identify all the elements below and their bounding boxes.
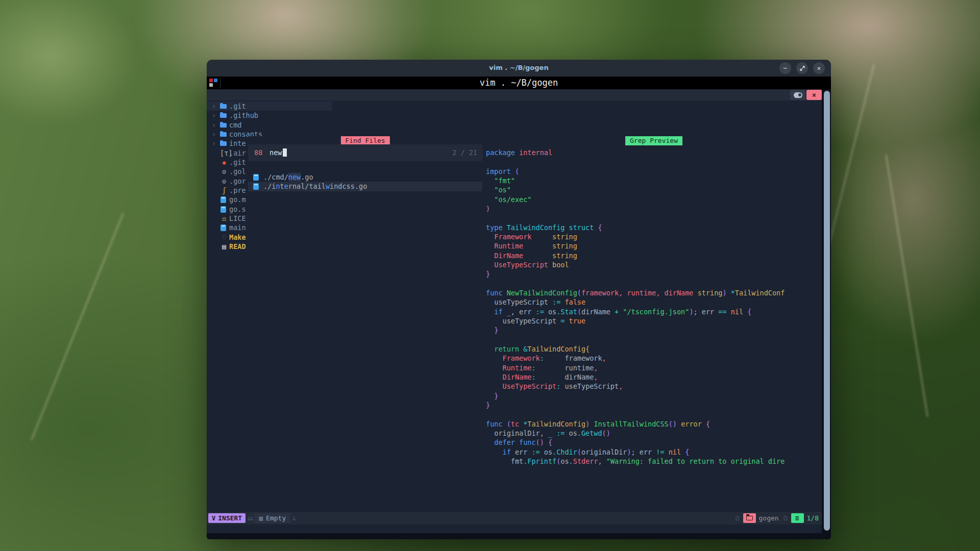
code-line xyxy=(486,335,822,344)
result-text: indcss.go xyxy=(330,182,367,190)
result-text: ./i xyxy=(263,182,276,190)
tree-item-github[interactable]: ›.github xyxy=(207,111,332,120)
license-icon: ⚖ xyxy=(220,214,228,223)
tree-item-label: LICE xyxy=(229,214,246,223)
minimize-button[interactable]: − xyxy=(779,62,791,74)
file-icon: ▤ xyxy=(259,515,263,522)
separator-glyph: Ω xyxy=(783,514,787,522)
lines-badge: ≡ xyxy=(791,513,804,523)
command-line-row xyxy=(207,524,822,533)
maximize-button[interactable] xyxy=(796,62,808,74)
code-line: fmt.Fprintf(os.Stderr, "Warning: failed … xyxy=(486,457,822,466)
window-titlebar[interactable]: vim . ~/B/gogen − × xyxy=(207,60,831,77)
folder-icon xyxy=(220,123,227,128)
find-files-popup: Find Files 88 new 2 / 21 ./cmd/new.go./i… xyxy=(248,136,482,315)
code-line: UseTypeScript bool xyxy=(486,260,822,269)
code-line: type TailwindConfig struct { xyxy=(486,223,822,232)
code-line: if err := os.Chdir(originalDir); err != … xyxy=(486,447,822,457)
folder-icon xyxy=(220,104,227,109)
code-line: } xyxy=(486,269,822,279)
tree-item-git[interactable]: ›.git xyxy=(207,102,332,111)
terminal-title: vim . ~/B/gogen xyxy=(207,78,831,88)
gear-icon: ⚙ xyxy=(220,177,228,186)
tree-item-label: .git xyxy=(229,158,246,167)
result-text: .go xyxy=(301,173,313,181)
finder-result-row[interactable]: ./internal/tailwindcss.go xyxy=(248,182,482,191)
tree-item-label: .git xyxy=(229,102,246,111)
tree-item-label: main xyxy=(229,223,246,232)
separator-glyph: Ω xyxy=(736,514,739,522)
hook-icon: ʃ xyxy=(220,186,228,195)
code-line: import ( xyxy=(486,167,822,176)
result-text: ./cmd/ xyxy=(263,173,288,181)
tree-item-cmd[interactable]: ›cmd xyxy=(207,120,332,130)
make-icon: ♡ xyxy=(220,233,228,242)
close-icon: × xyxy=(812,91,816,99)
toml-icon: [τ] xyxy=(220,148,228,158)
chevron-right-icon: › xyxy=(212,102,216,111)
code-line: useTypeScript = true xyxy=(486,316,822,325)
project-badge xyxy=(743,513,756,523)
terminal-window: vim . ~/B/gogen − × vim . ~/B/gogen × ›.… xyxy=(207,60,831,539)
code-line: "fmt" xyxy=(486,176,822,185)
result-text: rnal/tail xyxy=(288,182,326,190)
editor-area: ›.git›.github›cmd›consants›inte[τ].air◆.… xyxy=(207,101,822,512)
code-line: Framework string xyxy=(486,232,822,241)
code-line: func (tc *TailwindConfig) InstallTailwin… xyxy=(486,419,822,429)
finder-search-input[interactable]: 88 new 2 / 21 xyxy=(248,144,482,161)
code-line xyxy=(486,157,822,166)
code-line: return &TailwindConfig{ xyxy=(486,344,822,354)
go-file-icon xyxy=(220,206,226,213)
code-line: originalDir, _ := os.Getwd() xyxy=(486,429,822,438)
text-cursor xyxy=(283,148,287,157)
chevron-right-icon: › xyxy=(212,130,216,139)
result-text: t xyxy=(280,182,284,190)
chevron-right-icon: › xyxy=(212,139,216,148)
tree-item-label: go.m xyxy=(229,195,246,204)
tree-item-label: .pre xyxy=(229,186,246,195)
maximize-icon xyxy=(800,66,805,71)
tree-item-label: .gol xyxy=(229,167,246,176)
buffer-close-button[interactable]: × xyxy=(806,90,822,100)
code-line: } xyxy=(486,325,822,335)
preview-title-badge: Grep Preview xyxy=(625,136,682,145)
separator-glyph: ɕɕ xyxy=(247,514,253,522)
folder-icon xyxy=(746,516,753,520)
code-line: "os/exec" xyxy=(486,195,822,204)
tree-item-label: Make xyxy=(229,233,246,242)
scrollbar[interactable] xyxy=(824,91,830,531)
code-line: Framework: framework, xyxy=(486,354,822,363)
close-button[interactable]: × xyxy=(813,62,825,74)
statusline: VINSERT ɕɕ ▤Empty ɕ Ω gogen Ω ≡ 1/8 xyxy=(207,512,822,524)
folder-icon xyxy=(220,113,227,118)
go-file-icon xyxy=(220,196,226,203)
code-line: Runtime string xyxy=(486,241,822,251)
vim-mode-icon: V xyxy=(212,515,215,522)
separator-glyph: ɕ xyxy=(292,514,295,522)
project-name: gogen xyxy=(759,514,779,522)
finder-result-row[interactable]: ./cmd/new.go xyxy=(248,172,482,182)
gear-icon: ⚙ xyxy=(220,167,228,176)
tree-item-label: .github xyxy=(229,111,258,120)
chevron-right-icon: › xyxy=(212,120,216,130)
folder-icon xyxy=(220,132,227,137)
finder-result-counter: 2 / 21 xyxy=(452,148,477,157)
eye-toggle-icon[interactable] xyxy=(790,90,805,100)
window-title: vim . ~/B/gogen xyxy=(207,64,831,71)
mode-label: INSERT xyxy=(218,514,242,522)
code-line: } xyxy=(486,400,822,410)
cursor-position: 1/8 xyxy=(807,514,819,522)
code-line: func NewTailwindConfig(framework, runtim… xyxy=(486,288,822,297)
matched-text: e xyxy=(284,182,288,190)
code-line: DirName string xyxy=(486,251,822,260)
tree-item-label: .gor xyxy=(229,177,246,186)
code-line xyxy=(486,213,822,222)
matched-text: new xyxy=(288,173,301,181)
folder-icon xyxy=(220,141,227,146)
minimize-icon: − xyxy=(783,64,788,72)
tree-item-label: READ xyxy=(229,242,246,251)
matched-text: n xyxy=(276,182,280,190)
code-line: if _, err := os.Stat(dirName + "/tsconfi… xyxy=(486,307,822,316)
go-file-icon xyxy=(253,183,259,190)
finder-query-text: new xyxy=(270,148,282,157)
